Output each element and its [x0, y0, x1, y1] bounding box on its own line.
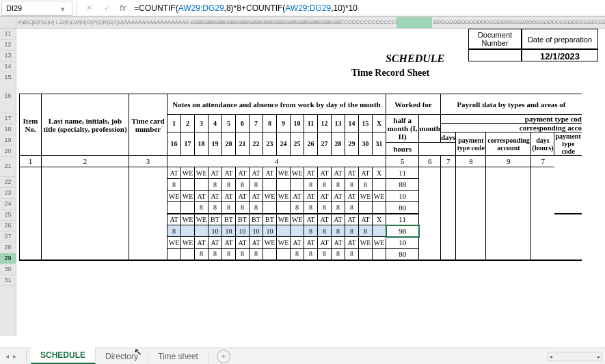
row-header[interactable]: 16	[0, 79, 16, 113]
cell[interactable]: WE	[359, 191, 373, 202]
cell[interactable]: WE	[195, 167, 209, 179]
cell[interactable]: 8	[345, 179, 359, 191]
cell[interactable]: AT	[345, 214, 359, 225]
cell[interactable]: 8	[167, 179, 181, 191]
row-header[interactable]: 21	[0, 157, 16, 177]
timesheet-table[interactable]: Item No. Last name, initials, job title …	[19, 94, 582, 261]
cell[interactable]: AT	[318, 167, 332, 179]
cell[interactable]: 8	[236, 179, 250, 191]
cell[interactable]: AT	[250, 167, 263, 179]
cell[interactable]: 10	[222, 225, 236, 237]
cell[interactable]: AT	[209, 167, 222, 179]
cell[interactable]: BT	[236, 214, 250, 225]
row-header[interactable]: 27	[0, 232, 16, 242]
cell[interactable]: 8	[332, 249, 345, 260]
cell[interactable]: WE	[263, 237, 277, 249]
cell[interactable]: WE	[167, 237, 181, 249]
name-box[interactable]: DI29 ▾	[1, 1, 72, 16]
cell[interactable]: WE	[359, 237, 373, 249]
confirm-icon[interactable]: ✓	[100, 2, 113, 14]
cell[interactable]: AT	[222, 167, 236, 179]
cell[interactable]: 8	[209, 179, 222, 191]
cell[interactable]: 8	[250, 249, 263, 260]
cell[interactable]: AT	[332, 237, 345, 249]
cell[interactable]: 10	[236, 225, 250, 237]
row-header[interactable]: 30	[0, 264, 16, 275]
cell[interactable]	[291, 179, 304, 191]
row-header[interactable]: 24	[0, 199, 16, 210]
tab-schedule[interactable]: SCHEDULE	[31, 348, 96, 364]
cell[interactable]: AT	[304, 191, 318, 202]
worked-cell[interactable]: 80	[386, 202, 419, 214]
cell[interactable]: WE	[277, 237, 291, 249]
row-header[interactable]: 20	[0, 146, 16, 157]
row-header[interactable]: 23	[0, 188, 16, 199]
row-header[interactable]: 18	[0, 124, 16, 135]
cell[interactable]: 8	[332, 225, 345, 237]
cell[interactable]: AT	[332, 214, 345, 225]
cell[interactable]: AT	[222, 191, 236, 202]
row-header[interactable]: 14	[0, 61, 16, 72]
cell[interactable]: 8	[304, 202, 318, 214]
cell[interactable]: WE	[195, 214, 209, 225]
cell[interactable]: BT	[250, 214, 263, 225]
cell[interactable]: 8	[304, 249, 318, 260]
cell[interactable]: WE	[181, 214, 195, 225]
cell[interactable]: BT	[209, 214, 222, 225]
row-header[interactable]: 19	[0, 135, 16, 146]
cell[interactable]: AT	[250, 237, 263, 249]
cell[interactable]: 8	[250, 179, 263, 191]
cell[interactable]: X	[373, 214, 386, 225]
row-header[interactable]: 26	[0, 221, 16, 232]
prep-date-value[interactable]: 12/1/2023	[522, 49, 598, 61]
row-header[interactable]: 13	[0, 51, 16, 61]
cell[interactable]: 10	[263, 225, 277, 237]
row-header[interactable]: 31	[0, 275, 16, 286]
worked-cell[interactable]: 11	[386, 214, 419, 225]
cell[interactable]	[277, 249, 291, 260]
table-row[interactable]: ATWEWEATATATATATWEWEATATATATATX 11	[20, 167, 582, 179]
cell[interactable]: 8	[345, 225, 359, 237]
cell[interactable]	[359, 202, 373, 214]
cell[interactable]: 8	[195, 249, 209, 260]
cell[interactable]: AT	[345, 167, 359, 179]
tab-nav[interactable]: ◂ ▸	[0, 352, 22, 360]
cell[interactable]: 8	[222, 179, 236, 191]
cell[interactable]: 8	[332, 179, 345, 191]
cell[interactable]	[181, 202, 195, 214]
cell[interactable]	[277, 225, 291, 237]
formula-input[interactable]: =COUNTIF(AW29:DG29,8)*8+COUNTIF(AW29:DG2…	[130, 2, 605, 14]
cell[interactable]: AT	[236, 191, 250, 202]
sheet-content[interactable]: Document Number Date of preparation 12/1…	[16, 29, 605, 336]
cell[interactable]: AT	[318, 214, 332, 225]
cell[interactable]	[373, 179, 386, 191]
cell[interactable]: 8	[318, 202, 332, 214]
horizontal-scrollbar[interactable]: ◂ ▸	[548, 352, 602, 361]
cell[interactable]: AT	[332, 191, 345, 202]
cell[interactable]: 8	[318, 225, 332, 237]
tab-timesheet[interactable]: Time sheet	[148, 349, 209, 364]
cell[interactable]: WE	[277, 167, 291, 179]
cell[interactable]: 8	[222, 202, 236, 214]
cell[interactable]: WE	[277, 214, 291, 225]
cell[interactable]	[167, 202, 181, 214]
cell[interactable]: AT	[167, 214, 181, 225]
cell[interactable]: AT	[318, 237, 332, 249]
row-header[interactable]: 25	[0, 210, 16, 221]
cell[interactable]: AT	[345, 237, 359, 249]
cell[interactable]: WE	[277, 191, 291, 202]
worked-cell[interactable]: 80	[386, 249, 419, 260]
row-header[interactable]: 11	[0, 29, 16, 40]
cell[interactable]: 8	[291, 202, 304, 214]
cell[interactable]: 8	[345, 249, 359, 260]
cell[interactable]: 8	[167, 225, 181, 237]
cell[interactable]: 8	[222, 249, 236, 260]
cell[interactable]: WE	[373, 237, 386, 249]
dropdown-icon[interactable]: ▾	[61, 5, 68, 12]
active-cell[interactable]: 98	[386, 225, 419, 237]
cell[interactable]	[359, 249, 373, 260]
cell[interactable]: AT	[209, 237, 222, 249]
cell[interactable]: 8	[291, 249, 304, 260]
cell[interactable]	[373, 249, 386, 260]
select-all-corner[interactable]	[0, 17, 16, 29]
